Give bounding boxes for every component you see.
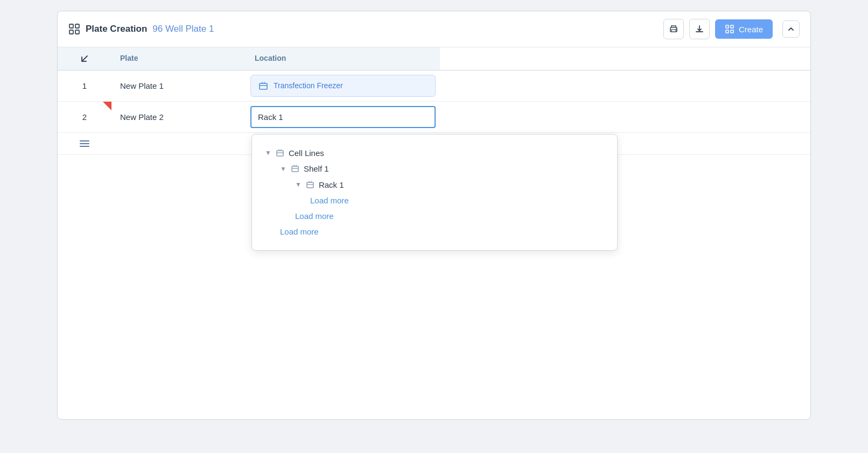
create-button[interactable]: Create bbox=[715, 19, 773, 39]
svg-rect-0 bbox=[69, 24, 73, 28]
svg-point-6 bbox=[676, 29, 677, 30]
row-2-location[interactable] bbox=[246, 102, 440, 132]
header-plate-col: Plate bbox=[111, 47, 246, 70]
row-2-plate: New Plate 2 bbox=[111, 102, 246, 132]
chevron-down-icon[interactable]: ▼ bbox=[265, 149, 271, 157]
row-2-extra bbox=[440, 102, 810, 132]
location-dropdown-selected[interactable]: Transfection Freezer bbox=[250, 75, 436, 97]
chevron-up-icon bbox=[787, 25, 795, 33]
tree-node-cell-lines: ▼ Cell Lines bbox=[265, 145, 604, 161]
box-icon bbox=[306, 180, 314, 189]
plate-creation-card: Plate Creation 96 Well Plate 1 bbox=[57, 11, 811, 420]
hamburger-icon bbox=[79, 139, 90, 148]
svg-rect-1 bbox=[75, 24, 79, 28]
title-group: Plate Creation 96 Well Plate 1 bbox=[68, 23, 657, 35]
chevron-down-icon[interactable]: ▼ bbox=[295, 181, 302, 188]
location-input[interactable] bbox=[250, 106, 436, 128]
table-row: 2 New Plate 2 ▼ Cell Lines bbox=[58, 102, 810, 133]
svg-rect-3 bbox=[75, 30, 79, 34]
header-actions: Create bbox=[663, 19, 800, 39]
chevron-down-icon[interactable]: ▼ bbox=[280, 165, 286, 173]
row-1-number: 1 bbox=[58, 70, 111, 101]
arrow-icon bbox=[80, 54, 89, 63]
table-row: 1 New Plate 1 Transfection Freezer bbox=[58, 70, 810, 102]
box-icon bbox=[291, 164, 299, 173]
location-box-icon bbox=[258, 81, 268, 91]
load-more-link-2[interactable]: Load more bbox=[295, 208, 604, 224]
svg-rect-7 bbox=[726, 25, 729, 28]
tree-node-shelf1: ▼ Shelf 1 bbox=[280, 161, 604, 176]
download-button[interactable] bbox=[689, 19, 710, 39]
load-more-container-3: Load more bbox=[280, 224, 604, 239]
page-title: Plate Creation bbox=[86, 24, 147, 34]
print-icon bbox=[669, 24, 678, 34]
svg-rect-8 bbox=[731, 25, 733, 28]
print-button[interactable] bbox=[663, 19, 684, 39]
error-indicator bbox=[103, 102, 111, 110]
svg-rect-5 bbox=[671, 30, 676, 32]
create-grid-icon bbox=[725, 24, 734, 34]
shelf1-label[interactable]: Shelf 1 bbox=[304, 164, 329, 173]
row-1-extra bbox=[440, 70, 810, 101]
svg-rect-2 bbox=[69, 30, 73, 34]
rack1-label[interactable]: Rack 1 bbox=[319, 180, 344, 189]
load-more-container-1: Load more bbox=[310, 193, 604, 208]
header-empty-col bbox=[440, 47, 810, 70]
page-subtitle: 96 Well Plate 1 bbox=[152, 24, 214, 34]
row-1-location[interactable]: Transfection Freezer bbox=[246, 70, 440, 101]
location-tree-panel: ▼ Cell Lines ▼ bbox=[251, 134, 618, 251]
svg-rect-12 bbox=[277, 151, 283, 156]
load-more-container-2: Load more bbox=[295, 208, 604, 224]
table-header: Plate Location bbox=[58, 47, 810, 70]
collapse-button[interactable] bbox=[782, 20, 800, 38]
cell-lines-label[interactable]: Cell Lines bbox=[289, 148, 324, 158]
menu-button[interactable] bbox=[58, 133, 111, 154]
tree-node-rack1: ▼ Rack 1 bbox=[295, 176, 604, 192]
svg-rect-11 bbox=[260, 83, 267, 89]
box-icon bbox=[276, 148, 284, 158]
row-2-number: 2 bbox=[58, 102, 111, 132]
location-text: Transfection Freezer bbox=[274, 81, 343, 90]
header-arrow-col bbox=[58, 47, 111, 70]
svg-rect-14 bbox=[307, 182, 313, 188]
create-label: Create bbox=[739, 25, 763, 34]
load-more-link-1[interactable]: Load more bbox=[310, 193, 604, 208]
load-more-link-3[interactable]: Load more bbox=[280, 224, 604, 239]
svg-rect-9 bbox=[726, 30, 729, 33]
grid-icon bbox=[68, 23, 80, 35]
download-icon bbox=[695, 24, 704, 34]
svg-rect-13 bbox=[292, 166, 298, 172]
svg-rect-10 bbox=[731, 30, 733, 33]
row-1-plate: New Plate 1 bbox=[111, 70, 246, 101]
card-header: Plate Creation 96 Well Plate 1 bbox=[58, 11, 810, 47]
header-location-col: Location bbox=[246, 47, 440, 70]
